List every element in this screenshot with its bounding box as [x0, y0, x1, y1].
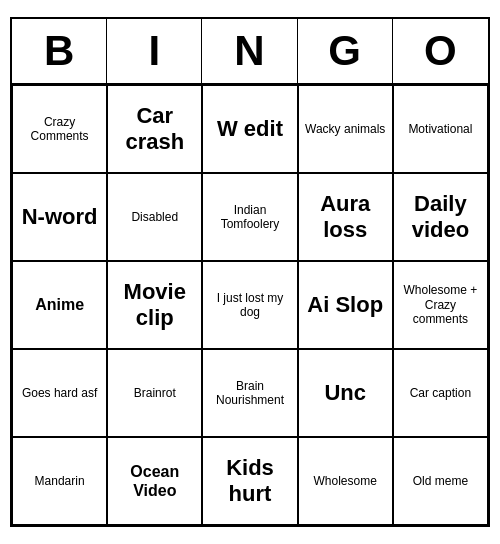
bingo-cell-20: Mandarin	[12, 437, 107, 525]
bingo-header: BINGO	[12, 19, 488, 85]
bingo-cell-1: Car crash	[107, 85, 202, 173]
bingo-cell-13: Ai Slop	[298, 261, 393, 349]
bingo-cell-2: W edit	[202, 85, 297, 173]
bingo-cell-22: Kids hurt	[202, 437, 297, 525]
bingo-cell-7: Indian Tomfoolery	[202, 173, 297, 261]
bingo-cell-12: I just lost my dog	[202, 261, 297, 349]
bingo-cell-17: Brain Nourishment	[202, 349, 297, 437]
bingo-letter-b: B	[12, 19, 107, 83]
bingo-letter-g: G	[298, 19, 393, 83]
bingo-cell-5: N-word	[12, 173, 107, 261]
bingo-cell-3: Wacky animals	[298, 85, 393, 173]
bingo-cell-23: Wholesome	[298, 437, 393, 525]
bingo-cell-24: Old meme	[393, 437, 488, 525]
bingo-cell-6: Disabled	[107, 173, 202, 261]
bingo-grid: Crazy CommentsCar crashW editWacky anima…	[12, 85, 488, 525]
bingo-letter-o: O	[393, 19, 488, 83]
bingo-cell-0: Crazy Comments	[12, 85, 107, 173]
bingo-cell-10: Anime	[12, 261, 107, 349]
bingo-cell-14: Wholesome + Crazy comments	[393, 261, 488, 349]
bingo-cell-11: Movie clip	[107, 261, 202, 349]
bingo-letter-n: N	[202, 19, 297, 83]
bingo-cell-8: Aura loss	[298, 173, 393, 261]
bingo-card: BINGO Crazy CommentsCar crashW editWacky…	[10, 17, 490, 527]
bingo-letter-i: I	[107, 19, 202, 83]
bingo-cell-15: Goes hard asf	[12, 349, 107, 437]
bingo-cell-19: Car caption	[393, 349, 488, 437]
bingo-cell-18: Unc	[298, 349, 393, 437]
bingo-cell-16: Brainrot	[107, 349, 202, 437]
bingo-cell-9: Daily video	[393, 173, 488, 261]
bingo-cell-21: Ocean Video	[107, 437, 202, 525]
bingo-cell-4: Motivational	[393, 85, 488, 173]
